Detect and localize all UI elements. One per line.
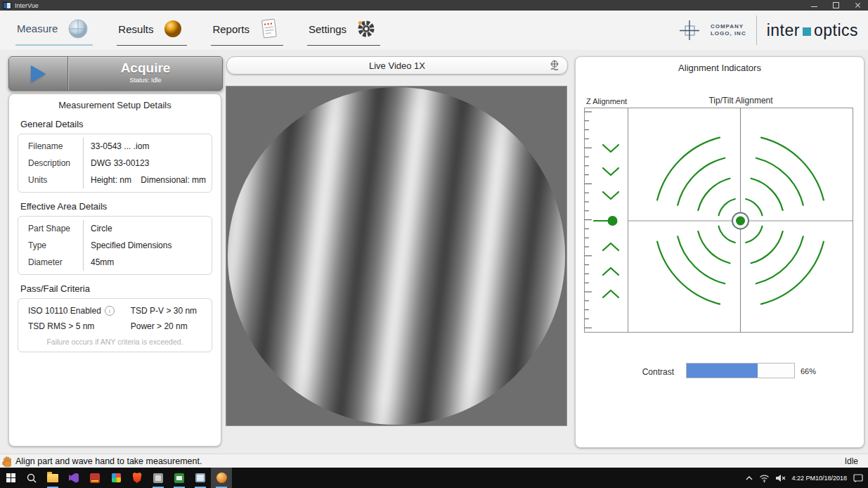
table-row: Type Specified Dimensions — [18, 237, 212, 254]
tab-settings[interactable]: Settings — [307, 15, 380, 46]
taskbar-clock[interactable]: 4:22 PM 10/18/2018 — [791, 475, 847, 482]
tab-reports[interactable]: Reports — [211, 15, 283, 46]
taskbar-green-app[interactable] — [169, 468, 190, 488]
acquire-label: Acquire — [69, 60, 222, 76]
tiptilt-alignment-label: Tip/Tilt Alignment — [628, 96, 853, 105]
taskbar-brave-browser[interactable] — [127, 468, 148, 488]
alignment-panel-title: Alignment Indicators — [576, 57, 864, 73]
acquire-status: Status: Idle — [69, 77, 222, 84]
company-logo-text: COMPANY LOGO, INC — [711, 23, 746, 37]
interferogram-circle — [228, 87, 565, 425]
tab-strip: Measure Results Reports — [15, 15, 380, 46]
start-button[interactable] — [0, 468, 21, 488]
pass-fail-heading: Pass/Fail Criteria — [20, 283, 221, 294]
company-logo-icon — [680, 19, 701, 41]
criteria-item: ISO 10110 Enabled i — [18, 303, 121, 319]
contrast-bar — [686, 363, 795, 378]
play-segment[interactable] — [9, 57, 68, 90]
clock-time: 4:22 PM — [791, 475, 815, 482]
brand-divider — [756, 15, 757, 45]
contrast-label: Contrast — [625, 367, 674, 377]
window-titlebar: InterVue — [0, 0, 868, 11]
branding-area: COMPANY LOGO, INC inter optics — [680, 15, 858, 45]
maximize-button[interactable] — [833, 2, 839, 8]
lens-icon — [67, 18, 89, 39]
minimize-button[interactable] — [811, 6, 817, 8]
nav-bar: Measure Results Reports — [0, 11, 868, 50]
amber-sphere-icon — [163, 19, 183, 39]
hidden-icons-chevron-icon[interactable] — [745, 475, 753, 482]
visual-studio-icon — [69, 473, 79, 483]
contrast-value: 66% — [801, 367, 816, 375]
gear-icon — [356, 19, 376, 39]
criteria-item: TSD RMS > 5 nm — [18, 319, 121, 334]
windows-taskbar: 4:22 PM 10/18/2018 — [0, 468, 868, 488]
app-icon — [3, 2, 11, 9]
product-logo-square-icon — [803, 27, 811, 36]
file-explorer-icon — [47, 474, 58, 482]
general-details-box: Filename 33-0543 ... .iom Description DW… — [18, 134, 212, 193]
search-icon — [26, 473, 37, 484]
alignment-indicators-panel: Alignment Indicators Z Alignment Tip/Til… — [575, 56, 864, 448]
measurement-setup-panel: Measurement Setup Details General Detail… — [8, 94, 221, 447]
wifi-icon[interactable] — [759, 474, 770, 482]
volume-muted-icon[interactable] — [775, 474, 786, 482]
clock-date: 10/18/2018 — [815, 475, 847, 482]
acquire-button[interactable]: Acquire Status: Idle — [8, 56, 223, 91]
live-video-header: Live Video 1X — [226, 56, 568, 75]
taskbar-blue-book-app[interactable] — [190, 468, 211, 488]
wave-hand-icon — [2, 456, 13, 468]
live-video-display — [226, 86, 566, 425]
tiptilt-center-dot — [736, 217, 745, 226]
app-window: InterVue Measure Results — [0, 0, 868, 488]
info-icon[interactable]: i — [105, 306, 115, 316]
contrast-fill — [687, 364, 758, 378]
pass-fail-box: ISO 10110 Enabled i TSD P-V > 30 nm TSD … — [18, 298, 212, 352]
taskbar-search-button[interactable] — [21, 468, 42, 488]
live-video-title: Live Video 1X — [369, 60, 425, 71]
intervue-app-icon — [216, 473, 227, 483]
close-button[interactable] — [855, 2, 861, 8]
acquire-segment[interactable]: Acquire Status: Idle — [68, 57, 222, 90]
taskbar-red-app[interactable] — [84, 468, 105, 488]
green-app-icon — [174, 473, 184, 483]
taskbar-gray-app[interactable] — [148, 468, 169, 488]
taskbar-visual-studio[interactable] — [63, 468, 84, 488]
fringe-vignette — [228, 87, 565, 425]
action-center-icon[interactable] — [853, 473, 864, 483]
report-page-icon — [259, 18, 279, 39]
play-icon — [31, 65, 46, 82]
table-row: Filename 33-0543 ... .iom — [18, 138, 212, 155]
red-app-icon — [90, 473, 100, 483]
tab-results[interactable]: Results — [117, 15, 187, 46]
table-row: Part Shape Circle — [18, 220, 212, 237]
effective-area-heading: Effective Area Details — [20, 201, 221, 212]
pass-fail-note: Failure occurs if ANY criteria is exceed… — [18, 334, 212, 350]
z-alignment-label: Z Alignment — [586, 97, 627, 105]
table-row: Diameter 45mm — [18, 254, 212, 271]
gray-app-icon — [153, 473, 163, 483]
taskbar-diamond-app[interactable] — [105, 468, 127, 488]
table-row: Units Height: nm Dimensional: mm — [18, 172, 212, 188]
table-row: Description DWG 33-00123 — [18, 155, 212, 172]
effective-area-box: Part Shape Circle Type Specified Dimensi… — [18, 216, 212, 275]
diamond-app-icon — [112, 473, 121, 482]
window-title: InterVue — [15, 2, 39, 9]
blue-book-app-icon — [195, 473, 205, 482]
setup-panel-title: Measurement Setup Details — [9, 94, 221, 110]
criteria-item: Power > 20 nm — [121, 319, 212, 334]
status-bar: Align part and wave hand to take measure… — [0, 454, 868, 468]
brave-browser-icon — [133, 473, 142, 483]
tab-measure[interactable]: Measure — [15, 15, 93, 46]
z-pointer-dot — [608, 216, 618, 226]
general-details-heading: General Details — [20, 119, 221, 129]
status-state: Idle — [845, 456, 858, 466]
windows-logo-icon — [6, 473, 15, 482]
target-wave-icon[interactable] — [548, 59, 561, 72]
taskbar-intervue-app[interactable] — [211, 468, 232, 488]
taskbar-file-explorer[interactable] — [42, 468, 63, 488]
status-message: Align part and wave hand to take measure… — [15, 456, 202, 466]
product-logo: inter optics — [767, 21, 858, 40]
alignment-indicator-graphic — [584, 108, 853, 333]
criteria-item: TSD P-V > 30 nm — [121, 303, 212, 319]
